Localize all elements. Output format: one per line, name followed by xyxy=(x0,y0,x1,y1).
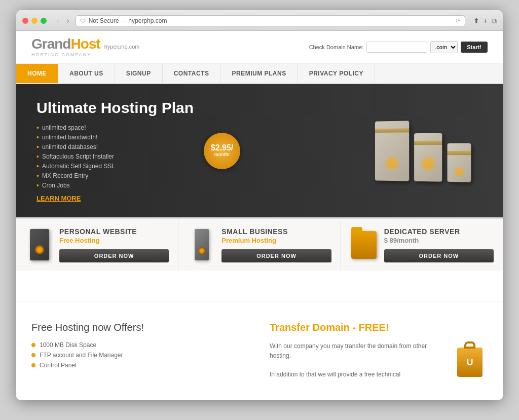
plans-section: PERSONAL WEBSITE Free Hosting ORDER NOW … xyxy=(16,217,503,271)
feature-1: unlimited space! xyxy=(36,124,356,132)
transfer-domain-col: Transfer Domain - FREE! With our company… xyxy=(270,322,488,380)
nav-premium[interactable]: PREMIUM PLANS xyxy=(220,64,298,83)
plan-dedicated-info: DEDICATED SERVER $ 89/month ORDER NOW xyxy=(384,227,494,262)
hero-banner: Ultimate Hosting Plan unlimited space! u… xyxy=(16,84,503,217)
nav-privacy[interactable]: PRIVACY POLICY xyxy=(298,64,375,83)
plan-business-name: SMALL BUSINESS xyxy=(221,227,331,236)
feature-5: Automatic Self Signed SSL xyxy=(36,162,356,170)
nav-contacts[interactable]: CONTACTS xyxy=(163,64,221,83)
plan-personal-name: PERSONAL WEBSITE xyxy=(59,227,169,236)
domain-check-area: Check Domain Name: .com .net .org Start! xyxy=(309,41,488,53)
plan-business-info: SMALL BUSINESS Premium Hosting ORDER NOW xyxy=(221,227,331,262)
plan-personal-info: PERSONAL WEBSITE Free Hosting ORDER NOW xyxy=(59,227,169,262)
security-icon: 🛡 xyxy=(80,18,86,24)
price-per: month! xyxy=(214,152,230,158)
share-icon[interactable]: ⬆ xyxy=(473,17,479,25)
maximize-button[interactable] xyxy=(41,18,47,24)
transfer-text-1: With our company you may transfer the do… xyxy=(270,341,449,361)
bullet-2 xyxy=(31,353,35,357)
browser-titlebar: ‹ › 🛡 Not Secure — hyperphp.com ⟳ ⬆ + ⧉ xyxy=(16,10,503,31)
feature-7: Cron Jobs xyxy=(36,181,356,189)
close-button[interactable] xyxy=(22,18,28,24)
plan-personal-order-btn[interactable]: ORDER NOW xyxy=(59,249,169,262)
price-badge: $2.95/ month! xyxy=(204,133,240,169)
start-button[interactable]: Start! xyxy=(461,42,488,53)
feature-6: MX Record Entry xyxy=(36,172,356,180)
domain-check-input[interactable] xyxy=(366,42,427,53)
address-bar[interactable]: 🛡 Not Secure — hyperphp.com ⟳ xyxy=(76,15,465,26)
bag-handle xyxy=(464,341,475,349)
free-hosting-title: Free Hosting now Offers! xyxy=(31,322,249,333)
forward-button[interactable]: › xyxy=(64,15,71,26)
new-tab-icon[interactable]: + xyxy=(484,17,488,25)
minimize-button[interactable] xyxy=(31,18,38,24)
plan-dedicated-icon xyxy=(350,227,378,262)
window-controls xyxy=(22,18,47,24)
plan-personal: PERSONAL WEBSITE Free Hosting ORDER NOW xyxy=(16,219,178,271)
logo-domain: hyperphp.com xyxy=(104,44,140,50)
hero-features-list: unlimited space! unlimited bandwidth! un… xyxy=(36,124,356,189)
bullet-1 xyxy=(31,343,35,347)
feature-4: Softaculous Script Installer xyxy=(36,152,356,161)
plan-business-subtitle: Premium Hosting xyxy=(221,237,331,244)
browser-window: ‹ › 🛡 Not Secure — hyperphp.com ⟳ ⬆ + ⧉ … xyxy=(16,10,503,400)
plan-business-order-btn[interactable]: ORDER NOW xyxy=(221,249,331,262)
bullet-3 xyxy=(31,363,35,367)
transfer-bag-icon: U xyxy=(457,341,488,377)
server-large xyxy=(375,121,409,181)
transfer-text-2: In addition to that we will provide a fr… xyxy=(270,370,449,379)
back-button[interactable]: ‹ xyxy=(55,15,61,26)
free-hosting-col: Free Hosting now Offers! 1000 MB Disk Sp… xyxy=(31,322,249,380)
plan-business: SMALL BUSINESS Premium Hosting ORDER NOW xyxy=(178,219,341,271)
free-item-3: Control Panel xyxy=(31,362,249,369)
plan-dedicated-order-btn[interactable]: ORDER NOW xyxy=(384,249,494,262)
transfer-col-content: With our company you may transfer the do… xyxy=(270,341,488,380)
plan-personal-icon xyxy=(25,227,53,262)
plan-business-icon xyxy=(188,227,215,262)
bottom-section: Free Hosting now Offers! 1000 MB Disk Sp… xyxy=(16,301,503,400)
server-medium xyxy=(414,133,442,181)
plan-dedicated-subtitle: $ 89/month xyxy=(384,237,494,244)
site-header: GrandHost hyperphp.com HOSTING COMPANY C… xyxy=(16,31,503,64)
free-item-1: 1000 MB Disk Space xyxy=(31,341,249,349)
feature-2: unlimited bandwidth! xyxy=(36,133,356,141)
hero-content: Ultimate Hosting Plan unlimited space! u… xyxy=(36,99,356,202)
nav-about[interactable]: ABOUT US xyxy=(58,64,115,83)
transfer-domain-title: Transfer Domain - FREE! xyxy=(270,322,488,333)
learn-more-link[interactable]: LEARN MORE xyxy=(36,195,356,202)
domain-ext-select[interactable]: .com .net .org xyxy=(430,41,458,53)
servers-illustration xyxy=(375,120,471,182)
browser-action-buttons: ⬆ + ⧉ xyxy=(473,17,497,25)
website-content: GrandHost hyperphp.com HOSTING COMPANY C… xyxy=(16,31,503,400)
logo-grand: Grand xyxy=(31,36,70,52)
hero-server-image xyxy=(356,113,488,189)
price-amount: $2.95/ xyxy=(211,144,233,152)
logo-host: Host xyxy=(70,36,100,52)
server-small xyxy=(448,143,471,182)
plan-dedicated: DEDICATED SERVER $ 89/month ORDER NOW xyxy=(341,219,503,271)
plan-personal-subtitle: Free Hosting xyxy=(59,237,169,244)
free-item-2: FTP account and File Manager xyxy=(31,352,249,359)
browser-navigation: ‹ › xyxy=(55,15,71,26)
bag-shape: U xyxy=(457,348,483,377)
free-hosting-list: 1000 MB Disk Space FTP account and File … xyxy=(31,341,249,369)
logo-subtitle: HOSTING COMPANY xyxy=(31,52,139,57)
refresh-icon[interactable]: ⟳ xyxy=(456,17,461,24)
nav-signup[interactable]: SIGNUP xyxy=(115,64,163,83)
hero-title: Ultimate Hosting Plan xyxy=(36,99,356,117)
spacer xyxy=(16,271,503,301)
feature-3: unlimited databases! xyxy=(36,143,356,151)
plan-dedicated-name: DEDICATED SERVER xyxy=(384,227,494,236)
logo-area: GrandHost hyperphp.com HOSTING COMPANY xyxy=(31,37,139,57)
site-navigation: HOME ABOUT US SIGNUP CONTACTS PREMIUM PL… xyxy=(16,64,503,84)
bag-label: U xyxy=(467,357,473,368)
logo-text: GrandHost xyxy=(31,37,100,51)
tabs-icon[interactable]: ⧉ xyxy=(492,17,497,25)
url-text: Not Secure — hyperphp.com xyxy=(89,17,167,24)
transfer-text-area: With our company you may transfer the do… xyxy=(270,341,449,380)
nav-home[interactable]: HOME xyxy=(16,64,58,83)
domain-check-label: Check Domain Name: xyxy=(309,44,364,50)
